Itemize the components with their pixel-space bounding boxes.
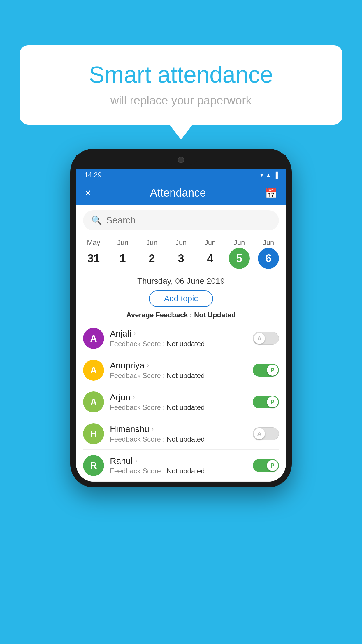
calendar-month-4: Jun: [196, 239, 225, 247]
day-number-6[interactable]: 6: [258, 248, 279, 269]
attendance-toggle-0[interactable]: A: [253, 332, 279, 345]
search-icon: 🔍: [91, 215, 102, 225]
student-name-2[interactable]: Arjun ›: [110, 392, 247, 402]
student-item-2[interactable]: AArjun ›Feedback Score : Not updatedP: [83, 386, 279, 418]
battery-icon: ▐: [274, 172, 278, 178]
toggle-knob-2: P: [267, 396, 278, 407]
chevron-icon-2: ›: [133, 393, 135, 401]
month-label-2: Jun: [146, 239, 158, 247]
phone-screen: × Attendance 📅 🔍 MayJunJunJunJunJunJun 3…: [76, 181, 286, 482]
month-label-5: Jun: [234, 239, 245, 247]
attendance-toggle-4[interactable]: P: [253, 459, 279, 472]
feedback-score-2: Feedback Score : Not updated: [110, 403, 247, 412]
student-info-3: Himanshu ›Feedback Score : Not updated: [110, 424, 247, 443]
speech-bubble: Smart attendance will replace your paper…: [20, 45, 342, 125]
phone-camera: [178, 157, 184, 163]
day-number-1[interactable]: 1: [112, 248, 133, 269]
student-avatar-1: A: [83, 360, 104, 381]
phone-outer: 14:29 ▾ ▲ ▐ × Attendance 📅 🔍 MayJunJ: [70, 149, 292, 487]
student-info-0: Anjali ›Feedback Score : Not updated: [110, 329, 247, 348]
student-item-1[interactable]: AAnupriya ›Feedback Score : Not updatedP: [83, 354, 279, 386]
student-item-0[interactable]: AAnjali ›Feedback Score : Not updatedA: [83, 323, 279, 354]
month-label-1: Jun: [117, 239, 129, 247]
toggle-knob-4: P: [267, 460, 278, 471]
phone-container: 14:29 ▾ ▲ ▐ × Attendance 📅 🔍 MayJunJ: [70, 149, 292, 487]
calendar-icon[interactable]: 📅: [265, 187, 277, 199]
app-header: × Attendance 📅: [76, 181, 286, 205]
calendar-month-6: Jun: [254, 239, 283, 247]
phone-notch: [164, 155, 198, 165]
day-number-0[interactable]: 31: [83, 248, 104, 269]
days-row: 31123456: [79, 248, 283, 270]
calendar-day-5[interactable]: 5: [225, 248, 254, 269]
speech-bubble-container: Smart attendance will replace your paper…: [20, 45, 342, 125]
calendar-month-3: Jun: [166, 239, 196, 247]
calendar-day-1[interactable]: 1: [108, 248, 137, 269]
student-name-1[interactable]: Anupriya ›: [110, 360, 247, 370]
toggle-knob-3: A: [254, 428, 265, 439]
student-name-4[interactable]: Rahul ›: [110, 456, 247, 466]
phone-notch-area: [76, 155, 286, 169]
student-info-2: Arjun ›Feedback Score : Not updated: [110, 392, 247, 412]
month-label-0: May: [87, 239, 100, 247]
toggle-knob-0: A: [254, 333, 265, 344]
speech-bubble-subtitle: will replace your paperwork: [37, 94, 325, 107]
attendance-toggle-1[interactable]: P: [253, 364, 279, 377]
search-bar[interactable]: 🔍: [83, 210, 279, 230]
month-label-6: Jun: [263, 239, 274, 247]
student-avatar-2: A: [83, 391, 104, 412]
selected-date-text: Thursday, 06 June 2019: [82, 276, 280, 286]
month-label-3: Jun: [175, 239, 187, 247]
feedback-score-0: Feedback Score : Not updated: [110, 340, 247, 348]
calendar-month-1: Jun: [108, 239, 137, 247]
feedback-score-1: Feedback Score : Not updated: [110, 372, 247, 380]
day-number-5[interactable]: 5: [229, 248, 250, 269]
student-list: AAnjali ›Feedback Score : Not updatedAAA…: [76, 323, 286, 482]
student-avatar-4: R: [83, 455, 104, 476]
feedback-score-3: Feedback Score : Not updated: [110, 435, 247, 443]
calendar-day-3[interactable]: 3: [166, 248, 196, 269]
add-topic-button[interactable]: Add topic: [149, 290, 213, 307]
search-input[interactable]: [106, 215, 271, 226]
signal-icon: ▲: [266, 172, 271, 178]
avg-feedback-value: Not Updated: [194, 311, 236, 319]
attendance-toggle-2[interactable]: P: [253, 396, 279, 408]
chevron-icon-1: ›: [147, 362, 149, 369]
feedback-score-4: Feedback Score : Not updated: [110, 467, 247, 475]
student-avatar-0: A: [83, 328, 104, 349]
status-time: 14:29: [84, 171, 102, 179]
calendar-month-2: Jun: [137, 239, 166, 247]
student-name-0[interactable]: Anjali ›: [110, 329, 247, 339]
calendar-strip: MayJunJunJunJunJunJun 31123456: [76, 236, 286, 270]
student-info-4: Rahul ›Feedback Score : Not updated: [110, 456, 247, 475]
attendance-toggle-3[interactable]: A: [253, 427, 279, 440]
student-item-3[interactable]: HHimanshu ›Feedback Score : Not updatedA: [83, 418, 279, 450]
calendar-day-4[interactable]: 4: [196, 248, 225, 269]
calendar-month-5: Jun: [225, 239, 254, 247]
wifi-icon: ▾: [260, 172, 263, 178]
day-number-3[interactable]: 3: [171, 248, 191, 269]
day-number-2[interactable]: 2: [141, 248, 162, 269]
chevron-icon-3: ›: [152, 425, 154, 433]
toggle-knob-1: P: [267, 365, 278, 376]
month-label-4: Jun: [205, 239, 216, 247]
student-name-3[interactable]: Himanshu ›: [110, 424, 247, 434]
status-icons: ▾ ▲ ▐: [260, 172, 278, 178]
calendar-day-6[interactable]: 6: [254, 248, 283, 269]
calendar-day-2[interactable]: 2: [137, 248, 166, 269]
speech-bubble-title: Smart attendance: [37, 61, 325, 88]
avg-feedback: Average Feedback : Not Updated: [82, 311, 280, 319]
student-avatar-3: H: [83, 423, 104, 444]
app-title: Attendance: [150, 187, 206, 199]
day-number-4[interactable]: 4: [200, 248, 221, 269]
months-row: MayJunJunJunJunJunJun: [79, 239, 283, 248]
calendar-month-0: May: [79, 239, 108, 247]
calendar-day-0[interactable]: 31: [79, 248, 108, 269]
student-item-4[interactable]: RRahul ›Feedback Score : Not updatedP: [83, 450, 279, 482]
chevron-icon-0: ›: [133, 330, 136, 337]
close-button[interactable]: ×: [85, 187, 91, 199]
status-bar: 14:29 ▾ ▲ ▐: [76, 169, 286, 181]
student-info-1: Anupriya ›Feedback Score : Not updated: [110, 360, 247, 380]
chevron-icon-4: ›: [135, 457, 137, 465]
avg-feedback-label: Average Feedback :: [126, 311, 194, 319]
